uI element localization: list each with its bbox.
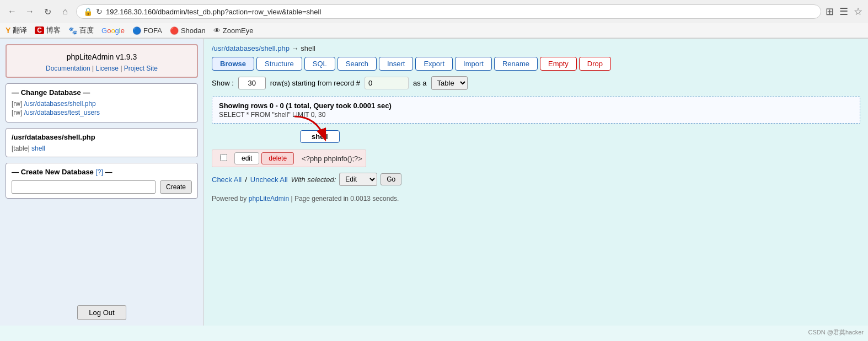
db-item-shell: [rw] /usr/databases/shell.php — [12, 100, 192, 108]
baidu-icon: 🐾 — [68, 26, 77, 35]
bookmark-fofa[interactable]: 🔵 FOFA — [132, 26, 162, 35]
check-all-link[interactable]: Check All — [212, 175, 242, 184]
browser-toolbar: ← → ↻ ⌂ 🔒 ↻ 192.168.30.160/dbadmin/test_… — [0, 0, 868, 23]
bookmark-baidu[interactable]: 🐾 百度 — [68, 25, 94, 35]
create-db-hint[interactable]: [?] — [95, 168, 103, 176]
phpliteadmin-link[interactable]: phpLiteAdmin — [249, 195, 289, 203]
tabs-row: Browse Structure SQL Search Insert Expor… — [212, 57, 860, 71]
annotation-arrow — [289, 114, 333, 147]
table-link-shell[interactable]: shell — [31, 145, 45, 152]
extensions-icon[interactable]: ⊞ — [826, 6, 834, 18]
view-select[interactable]: Table Grid List — [431, 76, 468, 90]
db-link-test-users[interactable]: /usr/databases/test_users — [24, 109, 100, 116]
bookmark-fofa-label: FOFA — [143, 26, 162, 35]
bottom-actions: Check All / Uncheck All With selected: E… — [212, 173, 860, 186]
breadcrumb-table: shell — [301, 44, 315, 52]
bookmark-translate[interactable]: Y 翻译 — [6, 25, 27, 35]
logout-button[interactable]: Log Out — [77, 305, 126, 320]
zoomeye-icon: 👁 — [213, 26, 221, 35]
bookmark-shodan-label: Shodan — [181, 26, 206, 35]
app-name: phpLiteAdmin — [67, 52, 116, 61]
show-row-controls: Show : row(s) starting from record # as … — [212, 76, 860, 90]
sidebar: phpLiteAdmin v1.9.3 Documentation | Lice… — [0, 39, 204, 326]
table-row: edit delete <?php phpinfo();?> — [212, 150, 366, 167]
home-button[interactable]: ⌂ — [58, 5, 72, 18]
project-site-link[interactable]: Project Site — [124, 65, 158, 72]
change-database-section: — Change Database — [rw] /usr/databases/… — [6, 83, 198, 122]
tab-empty[interactable]: Empty — [540, 57, 577, 71]
license-link[interactable]: License — [95, 65, 118, 72]
fofa-icon: 🔵 — [132, 26, 141, 35]
record-start-input[interactable] — [365, 77, 409, 89]
as-a-label: as a — [413, 79, 427, 87]
tab-drop[interactable]: Drop — [579, 57, 611, 71]
powered-by-label: Powered by — [212, 195, 247, 203]
app-title: phpLiteAdmin v1.9.3 — [13, 50, 190, 62]
go-button[interactable]: Go — [381, 173, 401, 185]
bookmark-google[interactable]: Google — [101, 26, 125, 35]
star-icon[interactable]: ☆ — [854, 6, 862, 18]
show-input[interactable] — [238, 77, 266, 89]
tab-browse[interactable]: Browse — [212, 57, 254, 71]
sidebar-links: Documentation | License | Project Site — [13, 65, 190, 72]
create-db-input[interactable] — [12, 180, 156, 194]
tab-sql[interactable]: SQL — [304, 57, 335, 71]
bookmark-zoomeye-label: ZoomEye — [223, 26, 254, 35]
tab-structure[interactable]: Structure — [256, 57, 302, 71]
breadcrumb-db-link[interactable]: /usr/databases/shell.php — [212, 44, 290, 52]
row-value: <?php phpinfo();?> — [298, 154, 366, 163]
bookmark-zoomeye[interactable]: 👁 ZoomEye — [213, 26, 254, 35]
create-db-section: — Create New Database [?] — Create — [6, 163, 198, 199]
bookmark-translate-label: 翻译 — [13, 25, 27, 35]
breadcrumb-arrow: → — [292, 44, 301, 52]
row-checkbox-cell — [212, 154, 234, 163]
uncheck-all-link[interactable]: Uncheck All — [250, 175, 288, 184]
footer: Powered by phpLiteAdmin | Page generated… — [212, 195, 860, 203]
forward-button[interactable]: → — [23, 5, 36, 18]
delete-button[interactable]: delete — [261, 152, 294, 164]
google-icon: Google — [101, 26, 125, 35]
row-checkbox[interactable] — [220, 154, 227, 161]
youdao-icon: Y — [6, 26, 10, 35]
bookmark-shodan[interactable]: 🔴 Shodan — [170, 26, 206, 35]
db-link-shell[interactable]: /usr/databases/shell.php — [24, 100, 96, 108]
main-layout: phpLiteAdmin v1.9.3 Documentation | Lice… — [0, 39, 868, 326]
toolbar-icons: ⊞ ☰ ☆ — [826, 6, 862, 18]
current-db-section: /usr/databases/shell.php [table] shell — [6, 128, 198, 157]
logout-row: Log Out — [6, 300, 198, 320]
change-db-title: — Change Database — — [12, 88, 192, 97]
address-text: 192.168.30.160/dbadmin/test_db.php?actio… — [106, 8, 814, 16]
results-summary: Showing rows 0 - 0 (1 total, Query took … — [219, 102, 853, 110]
bookmark-baidu-label: 百度 — [79, 25, 94, 35]
create-db-title: — Create New Database [?] — — [12, 168, 192, 176]
action-select[interactable]: Edit Delete — [339, 173, 377, 186]
slash-separator: / — [245, 175, 247, 184]
generated-text: | Page generated in 0.0013 seconds. — [291, 195, 399, 203]
tab-export[interactable]: Export — [415, 57, 453, 71]
bookmark-blog-label: 博客 — [46, 25, 61, 35]
tab-rename[interactable]: Rename — [494, 57, 538, 71]
table-item-shell: [table] shell — [12, 145, 192, 152]
documentation-link[interactable]: Documentation — [46, 65, 90, 72]
csdn-icon: C — [35, 26, 44, 34]
bookmark-icon[interactable]: ☰ — [839, 6, 848, 18]
tab-insert[interactable]: Insert — [379, 57, 414, 71]
bookmark-blog[interactable]: C 博客 — [35, 25, 61, 35]
with-selected-label: With selected: — [291, 175, 336, 184]
breadcrumb: /usr/databases/shell.php → shell — [212, 44, 860, 52]
create-db-row: Create — [12, 180, 192, 194]
tab-import[interactable]: Import — [455, 57, 492, 71]
rows-label: row(s) starting from record # — [270, 79, 360, 87]
tab-search[interactable]: Search — [337, 57, 377, 71]
refresh-small-icon: ↻ — [96, 7, 103, 16]
back-button[interactable]: ← — [6, 5, 19, 18]
refresh-button[interactable]: ↻ — [41, 5, 54, 18]
edit-button[interactable]: edit — [234, 152, 259, 164]
create-db-button[interactable]: Create — [160, 180, 192, 194]
address-bar[interactable]: 🔒 ↻ 192.168.30.160/dbadmin/test_db.php?a… — [76, 4, 821, 19]
security-icon: 🔒 — [83, 7, 93, 16]
bookmarks-bar: Y 翻译 C 博客 🐾 百度 Google 🔵 FOFA 🔴 Shodan 👁 … — [0, 23, 868, 38]
show-label: Show : — [212, 79, 234, 87]
sidebar-header: phpLiteAdmin v1.9.3 Documentation | Lice… — [6, 44, 198, 78]
data-table-wrapper: shell edit delete <?php p — [212, 130, 860, 167]
